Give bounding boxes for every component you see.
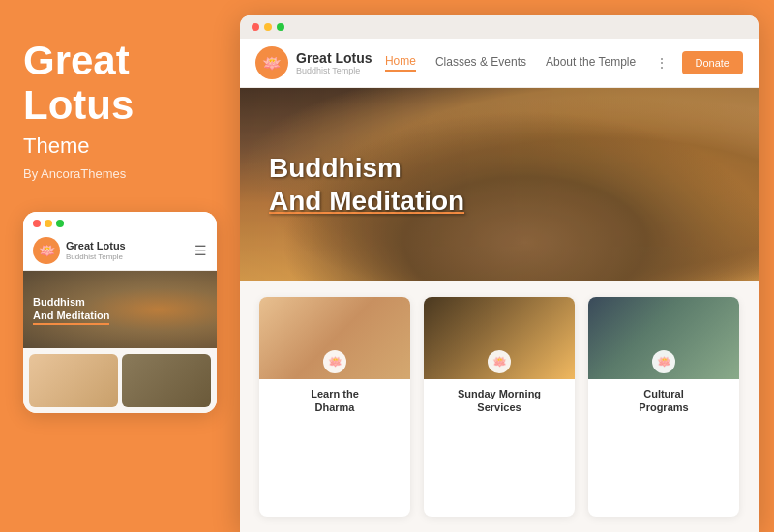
mobile-logo-sub: Buddhist Temple <box>66 252 126 261</box>
mobile-hero: Buddhism And Meditation <box>23 271 217 348</box>
hamburger-icon[interactable]: ☰ <box>194 243 207 258</box>
left-panel: Great Lotus Theme By AncoraThemes 🪷 Grea… <box>0 0 240 532</box>
menu-item-home[interactable]: Home <box>385 54 416 72</box>
mobile-logo-text: Great Lotus Buddhist Temple <box>66 240 126 261</box>
mobile-hero-line1: Buddhism <box>33 296 85 308</box>
card-cultural-line1: Cultural <box>643 388 684 399</box>
card-dharma-lotus: 🪷 <box>323 350 346 373</box>
browser-hero: Buddhism And Meditation <box>240 88 759 281</box>
card-sunday-line1: Sunday Morning <box>458 388 541 399</box>
browser-lotus-icon: 🪷 <box>255 46 288 79</box>
mobile-cards-row <box>23 348 217 413</box>
hero-title-line1: Buddhism <box>269 152 464 185</box>
card-sunday-lotus: 🪷 <box>488 350 511 373</box>
card-sunday-line2: Services <box>477 401 521 413</box>
browser-logo-area: 🪷 Great Lotus Buddhist Temple <box>255 46 372 79</box>
mobile-mockup: 🪷 Great Lotus Buddhist Temple ☰ Buddhism… <box>23 212 217 413</box>
card-cultural-line2: Programs <box>639 401 688 413</box>
browser-logo-text: Great Lotus Buddhist Temple <box>296 50 372 75</box>
mobile-hero-text: Buddhism And Meditation <box>33 295 109 325</box>
hero-content: Buddhism And Meditation <box>269 152 464 217</box>
mobile-nav: 🪷 Great Lotus Buddhist Temple ☰ <box>23 231 217 271</box>
card-dharma-body: Learn the Dharma <box>259 379 410 423</box>
card-cultural-image: 🪷 <box>588 297 739 379</box>
card-dharma-title: Learn the Dharma <box>269 387 401 415</box>
browser-lotus-symbol: 🪷 <box>262 54 282 73</box>
card-dharma-line2: Dharma <box>315 401 355 413</box>
browser-logo-sub: Buddhist Temple <box>296 66 372 75</box>
mobile-lotus-icon: 🪷 <box>33 237 60 264</box>
card-cultural-lotus: 🪷 <box>652 350 675 373</box>
card-sunday-body: Sunday Morning Services <box>424 379 575 423</box>
browser-dot-yellow <box>264 23 272 31</box>
cards-section: 🪷 Learn the Dharma 🪷 Sunday Morning Serv… <box>240 281 759 532</box>
donate-button[interactable]: Donate <box>682 51 743 74</box>
menu-item-about[interactable]: About the Temple <box>546 55 636 71</box>
mobile-logo-name: Great Lotus <box>66 240 126 252</box>
card-sunday-title: Sunday Morning Services <box>433 387 565 415</box>
mobile-titlebar <box>23 212 217 231</box>
card-cultural: 🪷 Cultural Programs <box>588 297 739 517</box>
mobile-dot-green <box>56 220 64 227</box>
browser-dot-green <box>277 23 284 31</box>
card-cultural-title: Cultural Programs <box>598 387 729 415</box>
browser-mockup: 🪷 Great Lotus Buddhist Temple Home Class… <box>240 15 759 532</box>
browser-dot-red <box>252 23 259 31</box>
mobile-hero-line2: And Meditation <box>33 309 109 324</box>
hero-title-line2: And Meditation <box>269 185 464 218</box>
card-sunday-image: 🪷 <box>424 297 575 379</box>
menu-item-classes[interactable]: Classes & Events <box>435 55 526 71</box>
theme-subtitle: Theme <box>23 133 217 159</box>
mobile-logo-area: 🪷 Great Lotus Buddhist Temple <box>33 237 126 264</box>
title-line1: Great <box>23 38 130 83</box>
browser-nav: 🪷 Great Lotus Buddhist Temple Home Class… <box>240 39 759 88</box>
card-sunday: 🪷 Sunday Morning Services <box>424 297 575 517</box>
lotus-icon: 🪷 <box>39 243 55 258</box>
hero-title: Buddhism And Meditation <box>269 152 464 217</box>
theme-author: By AncoraThemes <box>23 166 217 181</box>
menu-more-dots[interactable]: ⋮ <box>655 55 669 71</box>
mobile-card-1 <box>29 354 118 407</box>
mobile-dot-red <box>33 220 41 227</box>
browser-logo-name: Great Lotus <box>296 50 372 66</box>
browser-titlebar <box>240 15 759 39</box>
card-cultural-body: Cultural Programs <box>588 379 739 423</box>
theme-title: Great Lotus <box>23 39 217 128</box>
mobile-card-2 <box>122 354 211 407</box>
card-dharma-image: 🪷 <box>259 297 410 379</box>
browser-menu: Home Classes & Events About the Temple ⋮ <box>385 54 669 72</box>
card-dharma: 🪷 Learn the Dharma <box>259 297 410 517</box>
mobile-dot-yellow <box>45 220 52 227</box>
card-dharma-line1: Learn the <box>311 388 359 399</box>
title-line2: Lotus <box>23 82 134 128</box>
